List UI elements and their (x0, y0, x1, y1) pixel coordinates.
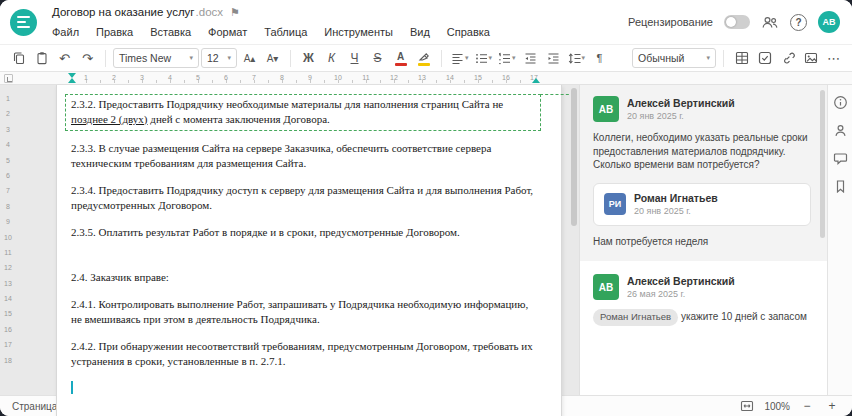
insert-image-button[interactable] (800, 47, 821, 69)
commented-paragraph[interactable]: 2.3.2. Предоставить Подрядчику необходим… (65, 94, 541, 131)
app-logo-icon[interactable] (10, 9, 37, 36)
ruler-number: 2 (0, 106, 16, 121)
font-color-button[interactable]: А (390, 47, 411, 69)
font-size-select[interactable]: 12▾ (201, 48, 237, 68)
mention-chip[interactable]: Роман Игнатьев (593, 309, 678, 326)
review-toggle[interactable] (724, 15, 750, 29)
feedback-icon[interactable] (832, 122, 849, 139)
ruler-number: 17 (0, 337, 16, 352)
nonprinting-characters-button[interactable]: ¶ (589, 47, 610, 69)
info-icon[interactable] (832, 94, 849, 111)
line-spacing-button[interactable]: ▾ (566, 47, 588, 69)
more-button[interactable]: ⋯ (823, 47, 844, 69)
insert-link-button[interactable] (777, 47, 798, 69)
decrease-indent-button[interactable] (520, 47, 541, 69)
collaborators-icon[interactable] (761, 15, 779, 30)
copy-button[interactable] (8, 47, 29, 69)
comment-reply[interactable]: РИ Роман Игнатьев 20 янв 2025 г. (593, 183, 811, 226)
document-scrollbar[interactable] (571, 88, 577, 226)
document-extension: .docx (196, 6, 224, 18)
ruler-number: 14 (0, 291, 16, 306)
zoom-out-button[interactable]: − (799, 398, 815, 414)
spellcheck-button[interactable] (754, 47, 775, 69)
help-icon[interactable]: ? (790, 14, 807, 31)
comment-text: Роман Игнатьев укажите 10 дней с запасом (593, 309, 811, 326)
comment-text-body: укажите 10 дней с запасом (681, 311, 807, 322)
ruler-number: 10 (0, 230, 16, 245)
paragraph[interactable]: 2.4. Заказчик вправе: (71, 270, 535, 285)
menu-item[interactable]: Правка (96, 26, 133, 38)
comment-date: 20 янв 2025 г. (627, 111, 735, 121)
paragraph[interactable]: 2.4.2. При обнаружении несоответствий тр… (71, 339, 535, 369)
italic-button[interactable]: К (321, 47, 342, 69)
underline-button[interactable]: Ч (344, 47, 365, 69)
review-mode-label: Рецензирование (628, 16, 713, 28)
numbered-list-button[interactable]: ▾ (496, 47, 518, 69)
comment-date: 26 мая 2025 г. (627, 289, 735, 299)
paragraph[interactable]: 2.3.4. Предоставить Подрядчику доступ к … (71, 183, 535, 213)
zoom-value[interactable]: 100% (764, 401, 790, 412)
toolbar-separator (290, 50, 291, 67)
comment-avatar: АВ (593, 274, 619, 300)
font-family-select[interactable]: Times New▾ (113, 48, 199, 68)
comments-scrollbar[interactable] (820, 90, 825, 238)
insert-table-button[interactable] (731, 47, 752, 69)
right-sidebar (827, 85, 852, 395)
toolbar-separator (723, 50, 724, 67)
menu-item[interactable]: Таблица (264, 26, 307, 38)
undo-button[interactable]: ↶ (54, 47, 75, 69)
tab-stop-selector[interactable] (4, 74, 13, 83)
document-page[interactable]: 2.3.2. Предоставить Подрядчику необходим… (56, 85, 562, 416)
paragraph-text: 2.3.2. Предоставить Подрядчику необходим… (71, 98, 503, 110)
decrease-font-button[interactable]: A▾ (262, 47, 283, 69)
comment-text: Коллеги, необходимо указать реальные сро… (593, 131, 811, 172)
text-cursor (71, 381, 73, 394)
ruler-number: 6 (0, 168, 16, 183)
menu-item[interactable]: Вставка (150, 26, 191, 38)
paragraph[interactable]: 2.4.1. Контролировать выполнение Работ, … (71, 297, 535, 327)
redo-button[interactable]: ↷ (77, 47, 98, 69)
strikethrough-button[interactable]: S (367, 47, 388, 69)
flag-icon[interactable]: ⚑ (230, 6, 240, 19)
horizontal-ruler[interactable]: 1234567891011121314151617 (0, 72, 852, 85)
zoom-in-button[interactable]: + (824, 398, 840, 414)
ruler-number: 15 (0, 306, 16, 321)
menu-item[interactable]: Файл (52, 26, 79, 38)
increase-font-button[interactable]: A▴ (239, 47, 260, 69)
paragraph-style-select[interactable]: Обычный▾ (632, 48, 716, 68)
comments-panel: АВ Алексей Вертинский 20 янв 2025 г. Кол… (579, 85, 827, 395)
comment[interactable]: АВ Алексей Вертинский 26 мая 2025 г. Ром… (580, 261, 827, 338)
paste-button[interactable] (31, 47, 52, 69)
comment-thread[interactable]: АВ Алексей Вертинский 20 янв 2025 г. Кол… (580, 85, 827, 261)
highlight-color-button[interactable] (413, 47, 434, 69)
comment-author: Алексей Вертинский (627, 97, 735, 109)
main-area: 123456789101112131415161718 2.3.2. Предо… (0, 85, 852, 395)
reply-author: Роман Игнатьев (634, 192, 718, 204)
ruler-number: 7 (0, 183, 16, 198)
menu-item[interactable]: Справка (447, 26, 490, 38)
bookmarks-icon[interactable] (832, 178, 849, 195)
paragraph[interactable]: 2.3.5. Оплатить результат Работ в порядк… (71, 225, 535, 240)
ruler-number: 1 (0, 91, 16, 106)
document-title: Договор на оказание услуг (52, 6, 195, 18)
menu-bar: ФайлПравкаВставкаФорматТаблицаИнструмент… (52, 22, 628, 42)
ruler-number: 4 (0, 137, 16, 152)
increase-indent-button[interactable] (543, 47, 564, 69)
bold-button[interactable]: Ж (298, 47, 319, 69)
bullet-list-button[interactable]: ▾ (473, 47, 495, 69)
user-avatar[interactable]: АВ (818, 11, 840, 33)
title-bar: Договор на оказание услуг.docx ⚑ ФайлПра… (0, 0, 852, 44)
fit-width-button[interactable] (739, 398, 755, 414)
paragraph[interactable]: 2.3.3. В случае размещения Сайта на серв… (71, 141, 535, 171)
alignment-button[interactable]: ▾ (449, 47, 471, 69)
menu-item[interactable]: Формат (208, 26, 247, 38)
hanging-indent-marker[interactable] (68, 78, 76, 83)
menu-item[interactable]: Инструменты (324, 26, 393, 38)
comment-avatar: АВ (593, 96, 619, 122)
reply-date: 20 янв 2025 г. (634, 206, 718, 216)
menu-item[interactable]: Вид (410, 26, 430, 38)
paragraph-text: дней с момента заключения Договора. (148, 113, 330, 125)
comments-icon[interactable] (832, 150, 849, 167)
font-color-swatch (395, 63, 407, 66)
right-indent-marker[interactable] (532, 78, 540, 83)
